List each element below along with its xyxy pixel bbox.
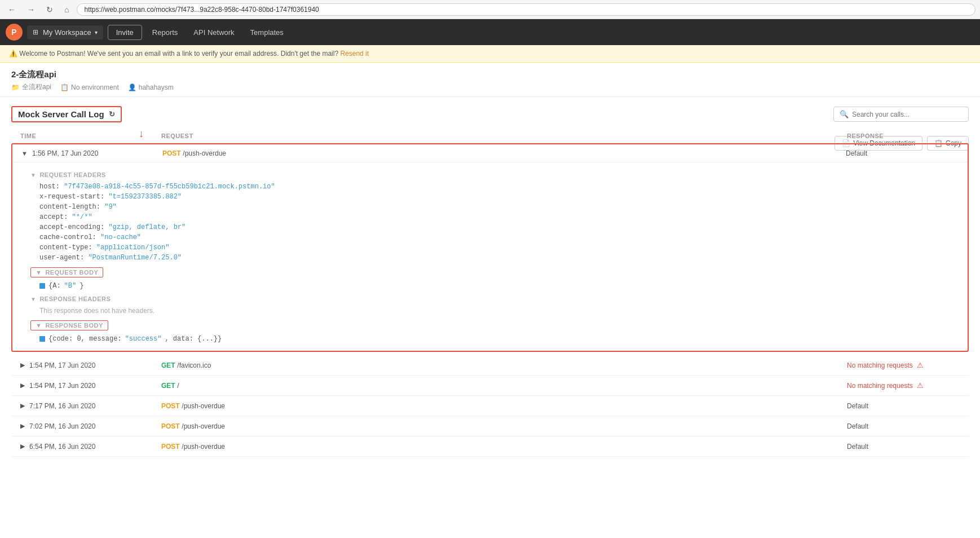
- response-label: Default: [847, 422, 960, 430]
- section-arrow-req-body-icon: ▼: [36, 269, 42, 276]
- time-col: ▶ 1:54 PM, 17 Jun 2020: [20, 382, 161, 390]
- expand-arrow-icon[interactable]: ▶: [20, 382, 25, 389]
- invite-button[interactable]: Invite: [108, 25, 142, 40]
- arrow-indicator: ↓: [139, 128, 144, 140]
- request-body-section-label[interactable]: ▼ REQUEST BODY: [30, 267, 950, 277]
- endpoint-label: /push-overdue: [183, 149, 226, 157]
- endpoint-label: /push-overdue: [182, 422, 225, 430]
- row-request: POST /push-overdue: [161, 402, 847, 410]
- row-time: 1:54 PM, 17 Jun 2020: [29, 382, 95, 390]
- header-content-length: content-length: "9": [30, 202, 950, 212]
- header-user-agent: user-agent: "PostmanRuntime/7.25.0": [30, 253, 950, 263]
- url-bar[interactable]: https://web.postman.co/mocks/7f473...9a2…: [77, 3, 975, 16]
- templates-nav-link[interactable]: Templates: [245, 25, 289, 39]
- folder-icon: 📁: [11, 83, 20, 91]
- expand-arrow-icon[interactable]: ▶: [20, 422, 25, 430]
- reports-nav-link[interactable]: Reports: [147, 25, 184, 39]
- refresh-button[interactable]: ↻: [43, 4, 56, 15]
- row-request: GET /: [161, 381, 847, 390]
- expand-arrow-icon[interactable]: ▶: [20, 402, 25, 409]
- folder-item: 📁 全流程api: [11, 82, 51, 92]
- table-row[interactable]: ▶ 6:54 PM, 16 Jun 2020 POST /push-overdu…: [11, 436, 969, 457]
- response-label: Default: [846, 149, 959, 157]
- env-label: No environment: [71, 83, 119, 91]
- section-arrow-resp-body-icon: ▼: [36, 322, 42, 329]
- search-box: 🔍: [833, 107, 969, 122]
- table-row[interactable]: ▶ 1:54 PM, 17 Jun 2020 GET / No matching…: [11, 376, 969, 396]
- response-label: Default: [847, 402, 960, 410]
- workspace-button[interactable]: ⊞ My Workspace ▾: [27, 25, 103, 39]
- response-label: Default: [847, 443, 960, 451]
- main-content: Mock Server Call Log ↻ 🔍 ↓ TIME REQUEST …: [0, 97, 980, 466]
- section-arrow-resp-icon: ▼: [30, 296, 36, 302]
- collection-meta: 📁 全流程api 📋 No environment 👤 hahahaysm: [11, 82, 969, 92]
- call-log-title: Mock Server Call Log ↻: [11, 106, 122, 122]
- browser-bar: ← → ↻ ⌂ https://web.postman.co/mocks/7f4…: [0, 0, 980, 19]
- workspace-label: My Workspace: [43, 28, 91, 37]
- expand-arrow-icon[interactable]: ▶: [20, 443, 25, 450]
- method-label: POST: [161, 422, 180, 430]
- row-request: GET /favicon.ico: [161, 361, 847, 369]
- user-label: hahahaysm: [139, 83, 174, 91]
- response-headers-label: RESPONSE HEADERS: [39, 296, 111, 302]
- postman-logo: P: [6, 24, 23, 41]
- call-log-title-text: Mock Server Call Log: [18, 109, 104, 119]
- table-row[interactable]: ▶ 7:17 PM, 16 Jun 2020 POST /push-overdu…: [11, 396, 969, 416]
- warning-message: Welcome to Postman! We've sent you an em…: [19, 50, 338, 58]
- col-request-header: REQUEST: [161, 133, 847, 139]
- collection-title: 2-全流程api: [11, 69, 969, 80]
- top-navbar: P ⊞ My Workspace ▾ Invite Reports API Ne…: [0, 19, 980, 45]
- response-body-section-label[interactable]: ▼ RESPONSE BODY: [30, 320, 950, 330]
- table-row[interactable]: ▶ 1:54 PM, 17 Jun 2020 GET /favicon.ico …: [11, 355, 969, 376]
- response-headers-section[interactable]: ▼ RESPONSE HEADERS: [30, 296, 950, 302]
- home-button[interactable]: ⌂: [61, 4, 72, 15]
- header-accept: accept: "*/*": [30, 212, 950, 222]
- table-headers: ↓ TIME REQUEST RESPONSE: [11, 129, 969, 143]
- grid-icon: ⊞: [33, 28, 38, 36]
- refresh-icon[interactable]: ↻: [109, 110, 115, 118]
- expand-arrow-icon[interactable]: ▶: [20, 361, 25, 369]
- header-content-type: content-type: "application/json": [30, 242, 950, 253]
- row-time: 1:56 PM, 17 Jun 2020: [32, 149, 98, 157]
- response-label: No matching requests ⚠: [847, 381, 960, 390]
- request-headers-section[interactable]: ▼ REQUEST HEADERS: [30, 171, 950, 178]
- forward-button[interactable]: →: [24, 4, 38, 15]
- time-col: ▼ 1:56 PM, 17 Jun 2020: [21, 149, 162, 157]
- warning-icon: ⚠: [917, 361, 924, 369]
- endpoint-label: /push-overdue: [182, 443, 225, 451]
- time-col: ▶ 1:54 PM, 17 Jun 2020: [20, 361, 161, 369]
- row-request: POST /push-overdue: [161, 442, 847, 451]
- method-label: POST: [162, 149, 181, 157]
- endpoint-label: /push-overdue: [182, 402, 225, 410]
- response-label: No matching requests ⚠: [847, 361, 960, 369]
- row-time: 1:54 PM, 17 Jun 2020: [29, 361, 95, 369]
- endpoint-label: /favicon.ico: [177, 361, 211, 369]
- row-request: POST /push-overdue: [161, 422, 847, 430]
- env-item: 📋 No environment: [60, 83, 119, 91]
- expanded-row: ▼ 1:56 PM, 17 Jun 2020 POST /push-overdu…: [11, 143, 969, 352]
- collapse-arrow-icon[interactable]: ▼: [21, 150, 28, 157]
- time-col: ▶ 7:02 PM, 16 Jun 2020: [20, 422, 161, 430]
- search-input[interactable]: [852, 111, 963, 118]
- collection-header: 2-全流程api 📁 全流程api 📋 No environment 👤 hah…: [0, 63, 980, 97]
- response-body-content: {code: 0, message: "success", data: {...…: [30, 334, 950, 344]
- row-main-expanded[interactable]: ▼ 1:56 PM, 17 Jun 2020 POST /push-overdu…: [12, 144, 968, 162]
- table-row[interactable]: ▶ 7:02 PM, 16 Jun 2020 POST /push-overdu…: [11, 416, 969, 436]
- blue-square-resp-icon: [39, 336, 45, 342]
- warning-icon: ⚠: [917, 381, 924, 390]
- resend-link[interactable]: Resend it: [340, 50, 369, 58]
- folder-label: 全流程api: [22, 82, 51, 92]
- request-body-content: {A: "B"}: [30, 281, 950, 291]
- user-icon: 👤: [128, 83, 136, 91]
- api-network-nav-link[interactable]: API Network: [188, 25, 240, 39]
- method-label: GET: [161, 361, 175, 369]
- request-headers-label: REQUEST HEADERS: [39, 171, 106, 178]
- back-button[interactable]: ←: [5, 4, 19, 15]
- section-arrow-icon: ▼: [30, 172, 36, 178]
- header-x-request-start: x-request-start: "t=1592373385.882": [30, 192, 950, 202]
- method-label: POST: [161, 443, 180, 451]
- request-body-label: REQUEST BODY: [45, 269, 98, 276]
- user-item: 👤 hahahaysm: [128, 83, 174, 91]
- env-icon: 📋: [60, 83, 69, 91]
- row-request: POST /push-overdue: [162, 149, 846, 157]
